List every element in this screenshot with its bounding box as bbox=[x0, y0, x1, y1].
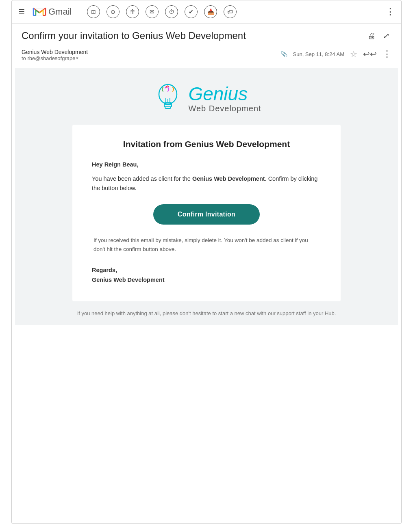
card-title: Invitation from Genius Web Development bbox=[92, 139, 321, 149]
gmail-logo-icon bbox=[32, 4, 47, 19]
card-body-bold: Genius Web Development bbox=[192, 175, 265, 182]
reply-all-button[interactable]: ↩↩ bbox=[363, 49, 377, 59]
attachment-icon: 📎 bbox=[280, 51, 287, 57]
email-footer: If you need help with anything at all, p… bbox=[61, 309, 352, 318]
meta-right: 📎 Sun, Sep 11, 8:24 AM ☆ ↩↩ ⋮ bbox=[280, 49, 391, 59]
open-new-window-button[interactable]: ⤢ bbox=[381, 29, 391, 42]
email-more-button[interactable]: ⋮ bbox=[383, 49, 391, 59]
sender-dropdown-arrow[interactable]: ▾ bbox=[76, 56, 78, 61]
card-body-start: You have been added as client for the bbox=[92, 175, 192, 182]
email-timestamp: Sun, Sep 11, 8:24 AM bbox=[293, 51, 344, 57]
email-body-wrapper: Genius Web Development Invitation from G… bbox=[15, 68, 398, 325]
confirm-btn-wrapper: Confirm Invitation bbox=[92, 204, 321, 225]
toolbar: ☰ Gmai bbox=[12, 0, 401, 24]
gmail-logo: Gmail bbox=[32, 4, 72, 19]
print-button[interactable]: 🖨 bbox=[366, 30, 377, 42]
report-spam-button[interactable]: ⊙ bbox=[107, 5, 120, 18]
email-subject: Confirm your invitation to Genius Web De… bbox=[22, 30, 362, 41]
card-greeting: Hey Reign Beau, bbox=[92, 161, 321, 168]
sender-info: Genius Web Development to rbe@shadesofgr… bbox=[22, 49, 88, 61]
toolbar-actions: ⊡ ⊙ 🗑 ✉ ⏱ ✔︎ 📥 🏷 bbox=[87, 5, 237, 18]
svg-rect-6 bbox=[165, 107, 171, 108]
email-card: Invitation from Genius Web Development H… bbox=[72, 125, 341, 301]
snooze-button[interactable]: ⏱ bbox=[165, 5, 178, 18]
email-subject-bar: Confirm your invitation to Genius Web De… bbox=[12, 24, 401, 45]
confirm-invitation-button[interactable]: Confirm Invitation bbox=[153, 204, 260, 225]
web-dev-text: Web Development bbox=[188, 104, 261, 113]
mark-read-button[interactable]: ✉ bbox=[146, 5, 159, 18]
card-disclaimer: If you received this email by mistake, s… bbox=[92, 236, 321, 253]
add-task-button[interactable]: ✔︎ bbox=[185, 5, 198, 18]
move-to-button[interactable]: 📥 bbox=[204, 5, 217, 18]
genius-text: Genius bbox=[188, 84, 261, 104]
sender-name: Genius Web Development bbox=[22, 49, 88, 55]
delete-button[interactable]: 🗑 bbox=[126, 5, 139, 18]
menu-icon[interactable]: ☰ bbox=[18, 7, 25, 16]
card-regards: Regards, Genius Web Development bbox=[92, 265, 321, 285]
regards-name: Genius Web Development bbox=[92, 275, 321, 285]
toolbar-more-icon[interactable]: ⋮ bbox=[386, 6, 395, 17]
email-meta: Genius Web Development to rbe@shadesofgr… bbox=[12, 45, 401, 68]
footer-text: If you need help with anything at all, p… bbox=[77, 310, 336, 316]
label-button[interactable]: 🏷 bbox=[224, 5, 237, 18]
archive-button[interactable]: ⊡ bbox=[87, 5, 100, 18]
regards-label: Regards, bbox=[92, 265, 321, 275]
company-logo-area: Genius Web Development bbox=[152, 80, 261, 117]
sender-to: to rbe@shadesofgrape ▾ bbox=[22, 55, 88, 61]
sender-to-text: to rbe@shadesofgrape bbox=[22, 55, 75, 61]
card-body: You have been added as client for the Ge… bbox=[92, 174, 321, 193]
star-button[interactable]: ☆ bbox=[350, 49, 357, 59]
gmail-app-name: Gmail bbox=[48, 6, 72, 17]
company-name-text: Genius Web Development bbox=[188, 84, 261, 113]
genius-bulb-logo bbox=[152, 80, 184, 117]
